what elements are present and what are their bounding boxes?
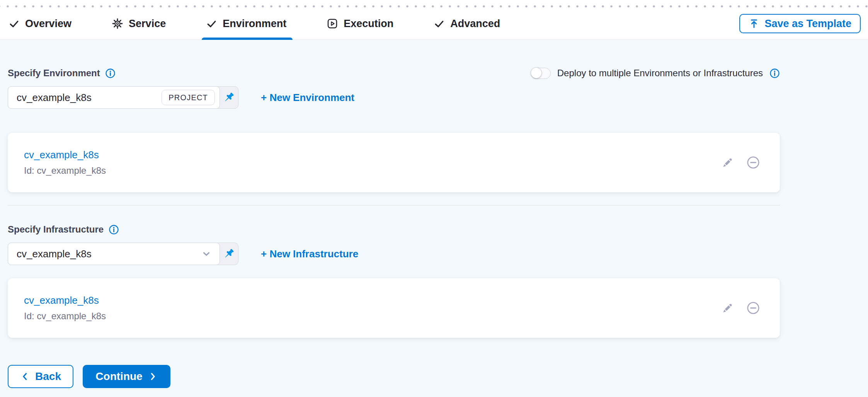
- new-infrastructure-link[interactable]: + New Infrastructure: [261, 248, 358, 260]
- info-icon[interactable]: [109, 224, 119, 235]
- header-top-strip: [0, 0, 868, 5]
- upload-icon: [749, 18, 759, 29]
- chevron-right-icon: [148, 371, 158, 382]
- specify-environment-label-text: Specify Environment: [8, 68, 100, 79]
- execution-icon: [327, 18, 338, 29]
- pin-icon: [222, 247, 235, 260]
- tab-label: Overview: [25, 18, 71, 30]
- specify-environment-label: Specify Environment: [8, 68, 116, 79]
- infrastructure-card-text: cv_example_k8s Id: cv_example_k8s: [24, 294, 106, 322]
- info-icon[interactable]: [769, 68, 780, 79]
- specify-infrastructure-label: Specify Infrastructure: [8, 224, 119, 235]
- infrastructure-select-value: cv_example_k8s: [17, 248, 92, 260]
- multi-env-toggle-label: Deploy to multiple Environments or Infra…: [557, 68, 763, 79]
- back-button[interactable]: Back: [8, 365, 73, 388]
- chevron-down-icon: [201, 248, 215, 259]
- environment-card-actions: [722, 156, 760, 169]
- tab-overview[interactable]: Overview: [9, 8, 71, 39]
- tab-environment[interactable]: Environment: [206, 8, 286, 39]
- pencil-icon: [722, 302, 734, 314]
- stage-header: Overview Service: [0, 0, 868, 40]
- specify-infrastructure-label-text: Specify Infrastructure: [8, 224, 104, 235]
- infrastructure-card-actions: [722, 301, 760, 315]
- multi-env-toggle-group: Deploy to multiple Environments or Infra…: [531, 68, 780, 79]
- infrastructure-card-name-link[interactable]: cv_example_k8s: [24, 294, 106, 306]
- continue-button[interactable]: Continue: [83, 365, 170, 388]
- minus-circle-icon: [747, 156, 760, 169]
- environment-card-id: Id: cv_example_k8s: [24, 165, 106, 176]
- remove-environment-button[interactable]: [747, 156, 760, 169]
- save-as-template-label: Save as Template: [764, 18, 851, 30]
- pin-button[interactable]: [220, 243, 238, 265]
- pin-icon: [222, 91, 235, 104]
- edit-environment-button[interactable]: [722, 157, 734, 169]
- tab-label: Advanced: [450, 18, 500, 30]
- pencil-icon: [722, 157, 734, 169]
- environment-card-text: cv_example_k8s Id: cv_example_k8s: [24, 149, 106, 176]
- environment-input-group: cv_example_k8s PROJECT: [8, 86, 238, 109]
- infrastructure-select[interactable]: cv_example_k8s: [8, 243, 220, 265]
- tab-execution[interactable]: Execution: [327, 8, 393, 39]
- back-button-label: Back: [35, 370, 61, 383]
- save-as-template-button[interactable]: Save as Template: [739, 14, 861, 33]
- tab-label: Execution: [344, 18, 393, 30]
- continue-button-label: Continue: [95, 370, 142, 383]
- pin-button[interactable]: [220, 87, 238, 108]
- tab-advanced[interactable]: Advanced: [434, 8, 500, 39]
- environment-tab-panel: Specify Environment Deploy to multiple E…: [0, 66, 868, 388]
- environment-card-name-link[interactable]: cv_example_k8s: [24, 149, 106, 161]
- chevron-left-icon: [20, 371, 30, 382]
- multi-env-toggle[interactable]: [531, 68, 551, 79]
- check-icon: [9, 19, 19, 29]
- check-icon: [206, 19, 217, 29]
- infrastructure-select-group: cv_example_k8s: [8, 243, 238, 265]
- environment-input-value: cv_example_k8s: [17, 92, 92, 104]
- section-divider: [8, 205, 780, 205]
- stage-tabbar: Overview Service: [0, 8, 868, 40]
- tab-service[interactable]: Service: [112, 8, 166, 39]
- new-environment-link[interactable]: + New Environment: [261, 92, 354, 104]
- wizard-footer: Back Continue: [8, 365, 868, 388]
- environment-input[interactable]: cv_example_k8s PROJECT: [8, 86, 220, 109]
- minus-circle-icon: [747, 301, 760, 315]
- dotted-divider: [0, 5, 868, 8]
- toggle-knob: [531, 68, 541, 78]
- remove-infrastructure-button[interactable]: [747, 301, 760, 315]
- scope-badge: PROJECT: [162, 90, 215, 105]
- infrastructure-card-id: Id: cv_example_k8s: [24, 311, 106, 322]
- check-icon: [434, 19, 444, 29]
- tab-label: Environment: [223, 18, 286, 30]
- tab-label: Service: [129, 18, 166, 30]
- gear-icon: [112, 18, 123, 29]
- environment-card: cv_example_k8s Id: cv_example_k8s: [8, 133, 780, 192]
- info-icon[interactable]: [105, 68, 116, 79]
- edit-infrastructure-button[interactable]: [722, 302, 734, 314]
- infrastructure-card: cv_example_k8s Id: cv_example_k8s: [8, 278, 780, 338]
